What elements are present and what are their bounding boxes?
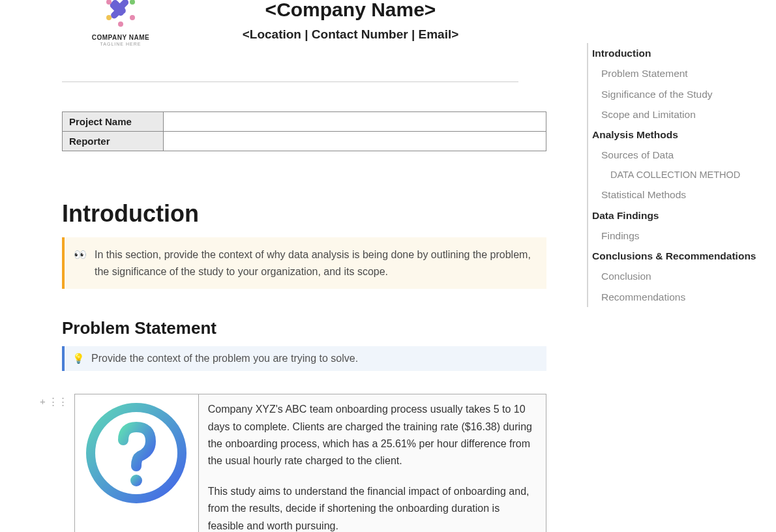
outline-item-statistical[interactable]: Statistical Methods (588, 185, 769, 205)
meta-value-reporter[interactable] (164, 132, 546, 151)
meta-label-reporter: Reporter (63, 132, 164, 151)
callout-problem-statement[interactable]: 💡 Provide the context of the problem you… (62, 346, 546, 371)
document-main: COMPANY NAME TAGLINE HERE <Company Name>… (0, 0, 574, 532)
heading-problem-statement[interactable]: Problem Statement (62, 318, 561, 338)
svg-point-6 (106, 15, 112, 20)
question-mark-icon (84, 401, 188, 505)
table-row: Project Name (63, 112, 546, 132)
outline-sidebar: Introduction Problem Statement Significa… (587, 43, 769, 307)
problem-text-cell[interactable]: Company XYZ's ABC team onboarding proces… (198, 394, 546, 532)
outline-item-findings[interactable]: Findings (588, 226, 769, 246)
header-divider (62, 81, 518, 82)
outline-item-conclusions[interactable]: Conclusions & Recommendations (588, 246, 769, 266)
outline-item-conclusion[interactable]: Conclusion (588, 266, 769, 286)
logo-company-name: COMPANY NAME (92, 34, 149, 41)
outline-item-data-findings[interactable]: Data Findings (588, 205, 769, 226)
company-subtitle[interactable]: <Location | Contact Number | Email> (179, 27, 522, 42)
heading-introduction[interactable]: Introduction (62, 200, 561, 228)
outline-item-significance[interactable]: Significance of the Study (588, 84, 769, 104)
block-controls: + ⋮⋮ (40, 396, 68, 407)
meta-value-project[interactable] (164, 112, 546, 132)
table-row: Company XYZ's ABC team onboarding proces… (74, 394, 546, 532)
outline-item-recommendations[interactable]: Recommendations (588, 287, 769, 307)
project-meta-table[interactable]: Project Name Reporter (62, 111, 546, 151)
callout-problem-text[interactable]: Provide the context of the problem you a… (91, 353, 358, 364)
problem-content-row: + ⋮⋮ (55, 394, 546, 532)
title-block: <Company Name> <Location | Contact Numbe… (179, 0, 561, 42)
svg-point-7 (130, 15, 135, 20)
table-row: Reporter (63, 132, 546, 151)
company-logo-block: COMPANY NAME TAGLINE HERE (62, 0, 179, 46)
callout-introduction-text[interactable]: In this section, provide the context of … (95, 246, 535, 280)
outline-item-analysis-methods[interactable]: Analysis Methods (588, 125, 769, 145)
company-title[interactable]: <Company Name> (179, 0, 522, 20)
meta-label-project: Project Name (63, 112, 164, 132)
outline-item-sources[interactable]: Sources of Data (588, 145, 769, 165)
problem-table[interactable]: Company XYZ's ABC team onboarding proces… (74, 394, 546, 532)
add-block-button[interactable]: + (40, 396, 46, 407)
document-header: COMPANY NAME TAGLINE HERE <Company Name>… (20, 0, 561, 52)
company-logo-icon (95, 0, 147, 33)
logo-tagline: TAGLINE HERE (100, 42, 142, 46)
eyes-icon: 👀 (74, 246, 87, 280)
outline-item-introduction[interactable]: Introduction (588, 43, 769, 63)
problem-image-cell[interactable] (74, 394, 198, 532)
problem-paragraph-2[interactable]: This study aims to understand the financ… (208, 483, 537, 532)
svg-point-10 (130, 475, 142, 486)
drag-handle-icon[interactable]: ⋮⋮ (48, 396, 68, 407)
outline-item-data-collection[interactable]: DATA COLLECTION METHOD (588, 166, 769, 185)
bulb-icon: 💡 (72, 353, 85, 364)
outline-item-scope[interactable]: Scope and Limitation (588, 104, 769, 125)
outline-item-problem-statement[interactable]: Problem Statement (588, 63, 769, 83)
callout-introduction[interactable]: 👀 In this section, provide the context o… (62, 237, 546, 289)
svg-point-5 (130, 0, 135, 5)
svg-point-8 (118, 22, 123, 27)
problem-paragraph-1[interactable]: Company XYZ's ABC team onboarding proces… (208, 401, 537, 470)
